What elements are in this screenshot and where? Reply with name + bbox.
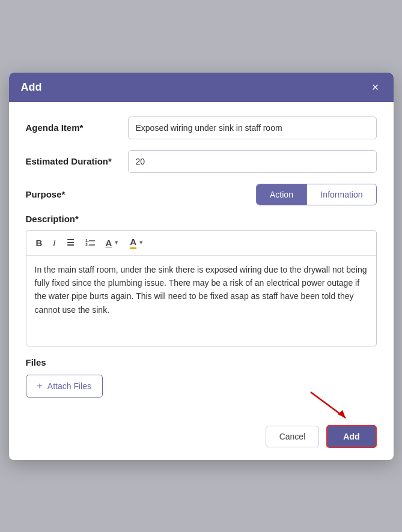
estimated-duration-input[interactable] (128, 150, 377, 173)
attach-files-label: Attach Files (47, 381, 91, 391)
font-color-chevron-icon: ▼ (114, 240, 119, 246)
ordered-list-button[interactable]: 1. 2. (83, 237, 97, 248)
highlight-a-icon: A (130, 237, 136, 249)
arrow-indicator (305, 389, 353, 422)
highlight-chevron-icon: ▼ (138, 240, 144, 246)
cancel-button[interactable]: Cancel (266, 426, 320, 447)
close-button[interactable]: × (370, 81, 382, 93)
unordered-list-icon: ☰ (67, 238, 75, 247)
purpose-toggle: Action Information (256, 184, 376, 205)
unordered-list-button[interactable]: ☰ (64, 237, 77, 249)
description-section: Description* B I ☰ (26, 214, 377, 346)
modal-title: Add (21, 81, 42, 94)
italic-button[interactable]: I (50, 237, 58, 249)
agenda-item-input[interactable] (128, 116, 377, 139)
svg-marker-5 (338, 410, 346, 418)
font-color-a-icon: A (106, 238, 112, 248)
description-label: Description* (26, 214, 377, 224)
files-label: Files (26, 357, 377, 367)
modal-overlay: Add × Agenda Item* Estimated Duration* P… (0, 0, 402, 532)
attach-icon: + (37, 381, 43, 391)
font-color-button[interactable]: A ▼ (103, 237, 122, 249)
estimated-duration-row: Estimated Duration* (26, 150, 377, 173)
highlight-button[interactable]: A ▼ (127, 235, 146, 250)
agenda-item-label: Agenda Item* (26, 122, 128, 133)
bold-button[interactable]: B (34, 237, 45, 249)
attach-files-button[interactable]: + Attach Files (26, 375, 103, 397)
modal-header: Add × (9, 73, 394, 102)
italic-icon: I (53, 238, 55, 248)
purpose-row: Purpose* Action Information (26, 184, 377, 205)
editor-container: B I ☰ 1. (26, 230, 377, 346)
ordered-list-icon: 1. 2. (85, 238, 95, 247)
estimated-duration-label: Estimated Duration* (26, 156, 128, 166)
modal-body: Agenda Item* Estimated Duration* Purpose… (9, 102, 394, 419)
modal-footer: Cancel Add (9, 419, 394, 460)
bold-icon: B (36, 238, 43, 248)
editor-content[interactable]: In the main staff room, under the sink t… (26, 256, 376, 346)
modal-dialog: Add × Agenda Item* Estimated Duration* P… (9, 73, 394, 460)
purpose-information-button[interactable]: Information (307, 184, 376, 205)
svg-text:1.: 1. (85, 238, 89, 243)
agenda-item-row: Agenda Item* (26, 116, 377, 139)
purpose-label: Purpose* (26, 189, 128, 199)
add-button[interactable]: Add (326, 425, 376, 448)
purpose-action-button[interactable]: Action (257, 184, 306, 205)
editor-toolbar: B I ☰ 1. (26, 231, 376, 256)
svg-text:2.: 2. (85, 243, 89, 247)
